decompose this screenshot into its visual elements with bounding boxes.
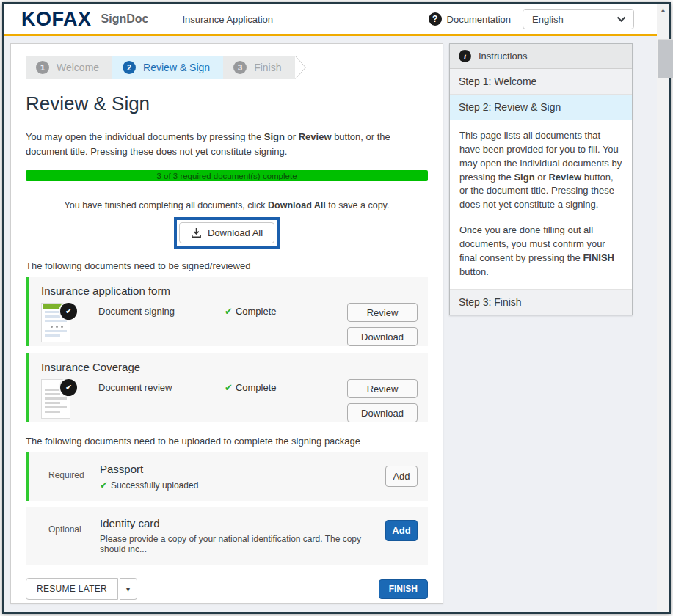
requirement-label: Optional — [29, 517, 100, 535]
check-icon: ✔ — [100, 480, 108, 491]
language-selected-value: English — [532, 14, 564, 25]
sidebar-text: or — [535, 172, 549, 183]
instructions-sidebar: i Instructions Step 1: Welcome Step 2: R… — [449, 43, 633, 315]
content-area: 1 Welcome 2 Review & Sign 3 Finish Revie… — [4, 36, 669, 612]
caret-down-icon: ▾ — [126, 585, 130, 593]
intro-text: You may open the individual documents by… — [26, 130, 428, 159]
sidebar-bold-finish: FINISH — [583, 252, 614, 263]
intro-part: or — [285, 131, 299, 142]
finish-button[interactable]: FINISH — [379, 579, 428, 599]
document-task-label: Document signing — [98, 306, 225, 317]
intro-part: You may open the individual documents by… — [26, 131, 264, 142]
highlight-box: Download All — [174, 217, 280, 249]
resume-later-split-button: RESUME LATER ▾ — [26, 578, 137, 600]
accordion-step3-finish[interactable]: Step 3: Finish — [450, 290, 632, 315]
download-button[interactable]: Download — [347, 403, 418, 422]
document-title-link[interactable]: Insurance Coverage — [41, 361, 419, 373]
completed-check-badge-icon: ✔ — [60, 303, 77, 320]
progress-label: 3 of 3 required document(s) complete — [156, 172, 297, 180]
add-passport-button[interactable]: Add — [385, 466, 418, 487]
question-circle-icon[interactable]: ? — [429, 12, 442, 26]
accordion-step2-review-sign[interactable]: Step 2: Review & Sign — [450, 95, 632, 120]
sign-section-heading: The following documents need to be signe… — [26, 260, 428, 271]
document-card: Insurance Coverage ✔ Document review ✔ C… — [26, 353, 428, 422]
review-button[interactable]: Review — [347, 303, 418, 322]
sidebar-bold-review: Review — [548, 172, 581, 183]
product-name: SignDoc — [101, 12, 149, 26]
page-title: Review & Sign — [26, 92, 428, 115]
intro-bold-sign: Sign — [264, 131, 285, 142]
document-status: ✔ Complete — [225, 306, 277, 317]
language-select[interactable]: English — [523, 9, 634, 29]
info-circle-icon: i — [459, 50, 471, 62]
chevron-down-icon — [616, 14, 626, 25]
step-number-badge: 1 — [36, 61, 49, 74]
resume-later-button[interactable]: RESUME LATER — [26, 578, 118, 600]
scrollbar[interactable]: ▲ — [657, 4, 669, 612]
document-status: ✔ Complete — [225, 382, 277, 393]
hint-part: to save a copy. — [326, 200, 390, 210]
document-thumbnail: ✔ — [41, 379, 79, 419]
document-title-link[interactable]: Insurance application form — [41, 285, 419, 297]
document-thumbnail: ✔ — [41, 303, 79, 342]
document-card: Insurance application form ✔ Document si… — [26, 277, 428, 346]
step-label: Welcome — [57, 62, 99, 73]
header-right: ? Documentation English — [429, 9, 634, 29]
upload-status-text: Successfully uploaded — [111, 480, 198, 491]
wizard-step-welcome[interactable]: 1 Welcome — [26, 56, 112, 79]
step-wizard: 1 Welcome 2 Review & Sign 3 Finish — [26, 56, 428, 79]
upload-title: Passport — [100, 463, 385, 475]
hint-bold-download-all: Download All — [268, 200, 326, 210]
requirement-label: Required — [29, 463, 100, 480]
accordion-step1-welcome[interactable]: Step 1: Welcome — [450, 69, 632, 95]
scroll-up-arrow-icon[interactable]: ▲ — [657, 4, 669, 15]
upload-section-heading: The following documents need to be uploa… — [26, 436, 428, 447]
panel-footer: RESUME LATER ▾ FINISH — [26, 578, 428, 600]
step-label: Review & Sign — [143, 62, 210, 73]
upload-description: Please provide a copy of your national i… — [100, 534, 385, 554]
upload-status: ✔ Successfully uploaded — [100, 480, 385, 491]
instructions-header: i Instructions — [450, 44, 632, 69]
download-all-area: Download All — [26, 217, 428, 249]
status-text: Complete — [236, 306, 277, 317]
app-header: KOFAX SignDoc Insurance Application ? Do… — [4, 4, 669, 36]
wizard-step-review-sign[interactable]: 2 Review & Sign — [112, 56, 223, 79]
document-task-label: Document review — [98, 382, 225, 393]
download-icon — [191, 227, 202, 238]
sidebar-paragraph: This page lists all documents that have … — [459, 129, 622, 212]
main-panel: 1 Welcome 2 Review & Sign 3 Finish Revie… — [10, 43, 443, 604]
sidebar-text: button. — [459, 266, 489, 277]
step-number-badge: 3 — [233, 61, 247, 74]
resume-later-dropdown-toggle[interactable]: ▾ — [120, 578, 137, 600]
download-all-label: Download All — [208, 227, 263, 238]
check-icon: ✔ — [225, 306, 233, 317]
intro-bold-review: Review — [299, 131, 332, 142]
check-icon: ✔ — [225, 382, 233, 393]
wizard-arrow-icon — [295, 56, 307, 79]
download-button[interactable]: Download — [347, 327, 418, 346]
package-title: Insurance Application — [182, 14, 273, 25]
add-identity-card-button[interactable]: Add — [385, 520, 418, 541]
sidebar-bold-sign: Sign — [514, 172, 534, 183]
kofax-logo: KOFAX — [21, 10, 92, 29]
upload-row-identity-card: Optional Identity card Please provide a … — [26, 507, 428, 565]
status-text: Complete — [236, 382, 277, 393]
download-hint: You have finished completing all documen… — [26, 200, 428, 210]
upload-row-passport: Required Passport ✔ Successfully uploade… — [26, 452, 428, 501]
sidebar-paragraph: Once you are done filling out all docume… — [459, 224, 622, 279]
documentation-link[interactable]: Documentation — [447, 14, 511, 25]
wizard-step-finish[interactable]: 3 Finish — [223, 56, 294, 79]
instructions-title: Instructions — [479, 51, 527, 62]
step-label: Finish — [254, 62, 281, 73]
progress-bar: 3 of 3 required document(s) complete — [26, 170, 428, 181]
accordion-step2-body: This page lists all documents that have … — [450, 120, 632, 290]
hint-part: You have finished completing all documen… — [65, 200, 268, 210]
upload-title: Identity card — [100, 517, 385, 529]
review-button[interactable]: Review — [347, 379, 418, 398]
scrollbar-thumb[interactable] — [658, 39, 673, 78]
app-window: KOFAX SignDoc Insurance Application ? Do… — [2, 2, 671, 614]
step-number-badge: 2 — [123, 61, 136, 74]
completed-check-badge-icon: ✔ — [60, 379, 77, 396]
download-all-button[interactable]: Download All — [179, 222, 274, 243]
